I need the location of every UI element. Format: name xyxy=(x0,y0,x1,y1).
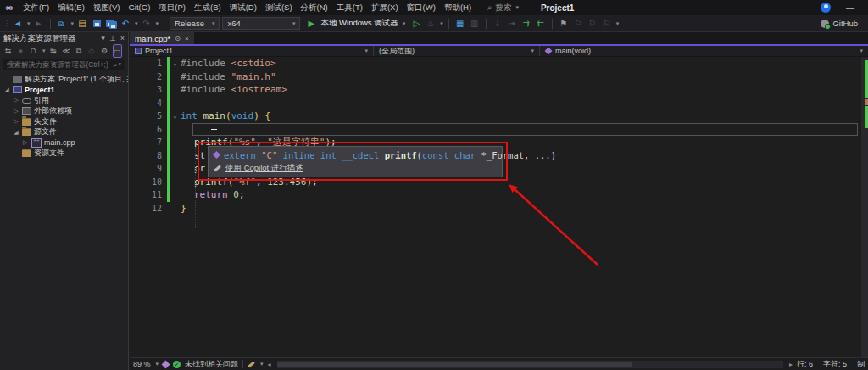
tree-item[interactable]: 解决方案 'Project1' (1 个项目, 共 1 个) xyxy=(0,74,128,85)
minimize-button[interactable]: — xyxy=(841,3,860,13)
chevron-collapsed-icon[interactable]: ▷ xyxy=(22,139,29,146)
solution-platform-dropdown[interactable]: x64 ▾ xyxy=(222,17,300,30)
chevron-down-icon[interactable]: ▾ xyxy=(42,48,46,54)
tree-item[interactable]: ◢源文件 xyxy=(0,127,128,138)
document-health-message[interactable]: 未找到相关问题 xyxy=(185,359,238,370)
code-cleanup-pen-icon[interactable] xyxy=(248,361,255,367)
menu-item[interactable]: 帮助(H) xyxy=(440,0,476,15)
menu-item[interactable]: 文件(F) xyxy=(19,0,53,15)
close-icon[interactable]: × xyxy=(185,35,189,42)
code-line[interactable]: 12} xyxy=(130,202,861,216)
chevron-down-icon[interactable]: ▾ xyxy=(135,20,138,27)
pin-icon[interactable]: ⊙ xyxy=(175,35,181,42)
code-line[interactable]: 6 xyxy=(130,123,861,137)
step-into-button[interactable]: ⇣ xyxy=(492,17,504,31)
breadcrumb-project-dropdown[interactable]: Project1 ▾ xyxy=(130,46,374,56)
menu-item[interactable]: 调试(D) xyxy=(225,0,261,15)
save-button[interactable] xyxy=(91,17,103,31)
collapse-all-button[interactable]: ≪ xyxy=(62,44,71,58)
intellicode-icon[interactable] xyxy=(162,360,170,368)
menu-item[interactable]: 视图(V) xyxy=(89,0,125,15)
solution-explorer-search[interactable]: ⌕ ▾ xyxy=(3,59,125,70)
preview-selected-items-button[interactable]: ▭ xyxy=(113,44,122,58)
fold-collapse-icon[interactable]: ⌄ xyxy=(170,112,181,120)
start-without-debugging-button[interactable]: ▷ xyxy=(410,17,422,31)
show-all-files-button[interactable]: ◇ xyxy=(87,44,97,58)
tree-item[interactable]: ▷外部依赖项 xyxy=(0,106,128,117)
code-line[interactable]: 11return 0; xyxy=(130,188,861,202)
toolbar-grip[interactable]: ⋮ xyxy=(3,20,9,27)
account-avatar[interactable] xyxy=(821,3,831,13)
wrench-icon[interactable]: ⚙ xyxy=(100,44,109,58)
menu-item[interactable]: Git(G) xyxy=(124,0,154,15)
chevron-collapsed-icon[interactable]: ▷ xyxy=(13,97,19,104)
code-line[interactable]: 5⌄int main(void) { xyxy=(130,109,861,123)
breadcrumb-symbol-dropdown[interactable]: main(void) ▾ xyxy=(540,46,868,56)
tree-item[interactable]: ◢Project1 xyxy=(0,85,128,96)
attach-process-button[interactable]: ⇉ xyxy=(520,17,532,31)
new-item-button[interactable]: 🗋 xyxy=(29,44,38,58)
solution-configuration-dropdown[interactable]: Release ▾ xyxy=(170,17,220,30)
step-over-button[interactable]: ⇥ xyxy=(506,17,518,31)
toolbar-overflow-icon[interactable]: ▾ xyxy=(616,20,620,27)
show-threads-button[interactable]: ▦ xyxy=(454,17,466,31)
tree-item[interactable]: ▷头文件 xyxy=(0,116,128,127)
chevron-down-icon[interactable]: ▾ xyxy=(71,20,75,27)
sync-with-active-document-button[interactable]: ↹ xyxy=(49,44,58,58)
hscroll-right-arrow[interactable]: ▸ xyxy=(789,361,793,368)
hot-reload-button[interactable]: ♨ xyxy=(425,17,437,31)
menu-item[interactable]: 工具(T) xyxy=(332,0,367,15)
breadcrumb-scope-dropdown[interactable]: (全局范围) ▾ xyxy=(374,46,540,56)
vertical-scrollbar[interactable] xyxy=(861,57,868,357)
start-debugging-button[interactable]: ▶ 本地 Windows 调试器 ▾ xyxy=(303,17,408,31)
github-copilot-button[interactable]: GitHub xyxy=(821,19,865,28)
save-all-button[interactable] xyxy=(105,17,117,31)
chevron-collapsed-icon[interactable]: ▷ xyxy=(13,108,19,115)
properties-window-button[interactable]: ⧉ xyxy=(75,44,84,58)
fold-collapse-icon[interactable]: ⌄ xyxy=(170,59,181,67)
describe-with-copilot-link[interactable]: 使用 Copilot 进行描述 xyxy=(225,163,303,174)
chevron-down-icon[interactable]: ▾ xyxy=(27,20,31,27)
tree-item[interactable]: ▷引用 xyxy=(0,95,128,106)
code-line[interactable]: 1⌄#include <cstdio> xyxy=(130,57,861,70)
search-box[interactable]: ⌕ 搜索 ▾ xyxy=(487,3,519,14)
pending-changes-filter-button[interactable]: ● xyxy=(16,44,25,58)
tree-item[interactable]: 资源文件 xyxy=(0,149,128,160)
tab-main-cpp[interactable]: main.cpp* ⊙ × xyxy=(130,32,194,44)
chevron-expanded-icon[interactable]: ◢ xyxy=(3,87,10,93)
solution-explorer-search-input[interactable] xyxy=(7,60,113,69)
menu-item[interactable]: 窗口(W) xyxy=(403,0,440,15)
toggle-bookmark-button[interactable]: ⚑ xyxy=(558,17,570,31)
chevron-down-icon[interactable]: ▾ xyxy=(156,361,159,367)
code-line[interactable]: 3#include <iostream> xyxy=(130,83,861,97)
zoom-level-dropdown[interactable]: 89 % xyxy=(133,360,151,368)
clear-bookmarks-button[interactable]: ⚐ xyxy=(601,17,613,31)
navigate-back-button[interactable]: ◄ xyxy=(12,17,24,31)
chevron-down-icon[interactable]: ▾ xyxy=(156,20,159,27)
redo-button[interactable]: ↷ xyxy=(141,17,153,31)
new-project-button[interactable]: 🗈 xyxy=(56,17,68,31)
horizontal-scrollbar[interactable] xyxy=(277,361,783,368)
chevron-down-icon[interactable]: ▾ xyxy=(260,361,264,367)
menu-item[interactable]: 测试(S) xyxy=(261,0,297,15)
chevron-collapsed-icon[interactable]: ▷ xyxy=(13,118,19,125)
chevron-down-icon[interactable]: ▾ xyxy=(440,20,443,27)
open-file-button[interactable]: ▤ xyxy=(76,17,88,31)
menu-item[interactable]: 生成(B) xyxy=(190,0,225,15)
pin-icon[interactable]: ⊥ xyxy=(109,34,116,42)
window-position-icon[interactable]: ▾ xyxy=(101,34,105,42)
menu-item[interactable]: 编辑(E) xyxy=(53,0,89,15)
code-line[interactable]: 2#include "main.h" xyxy=(130,70,861,84)
chevron-expanded-icon[interactable]: ◢ xyxy=(13,129,19,136)
code-line[interactable]: 4 xyxy=(130,97,861,110)
menu-item[interactable]: 扩展(X) xyxy=(367,0,403,15)
find-in-files-button[interactable]: ⇇ xyxy=(535,17,547,31)
close-icon[interactable]: × xyxy=(120,34,125,42)
menu-item[interactable]: 项目(P) xyxy=(154,0,190,15)
switch-views-button[interactable]: ⇆ xyxy=(3,44,13,58)
navigate-forward-button[interactable]: ► xyxy=(33,17,45,31)
next-bookmark-button[interactable]: ⚐ xyxy=(587,17,598,31)
hscroll-left-arrow[interactable]: ◂ xyxy=(268,361,271,368)
code-editor[interactable]: 1⌄#include <cstdio>2#include "main.h"3#i… xyxy=(130,57,861,357)
prev-bookmark-button[interactable]: ⚐ xyxy=(572,17,584,31)
